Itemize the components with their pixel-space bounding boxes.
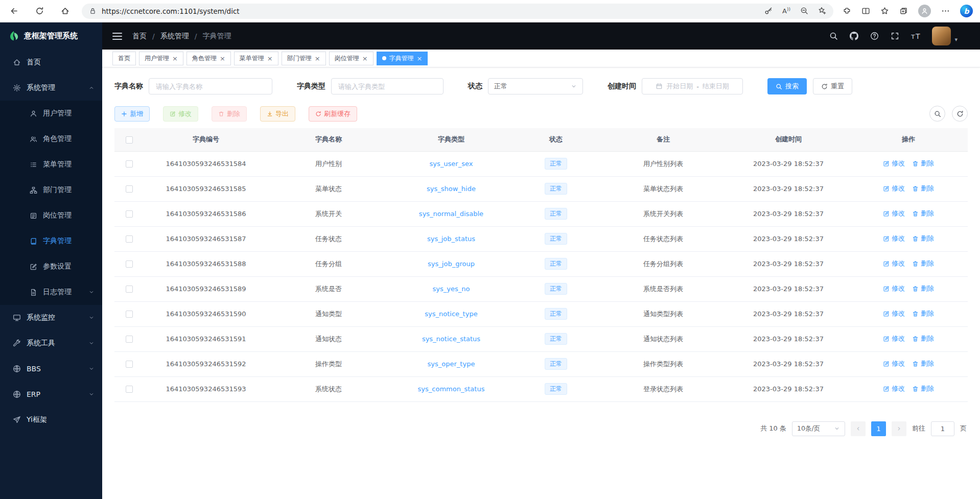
sidebar-item-home[interactable]: 首页 — [0, 50, 102, 75]
sidebar-item-system[interactable]: 系统管理 — [0, 75, 102, 101]
browser-back-button[interactable] — [5, 3, 22, 20]
row-checkbox[interactable] — [126, 311, 133, 318]
breadcrumb-item[interactable]: 系统管理 — [160, 32, 189, 41]
page-1-button[interactable]: 1 — [871, 421, 886, 436]
row-checkbox[interactable] — [126, 160, 133, 168]
collections-icon[interactable] — [899, 7, 908, 15]
delete-row-button[interactable]: 删除 — [912, 184, 934, 193]
help-icon[interactable] — [870, 32, 879, 40]
tab-close-icon[interactable]: × — [362, 55, 368, 62]
sidebar-toggle-button[interactable] — [112, 33, 122, 40]
dict-type-link[interactable]: sys_common_status — [418, 385, 485, 393]
delete-row-button[interactable]: 删除 — [912, 334, 934, 343]
search-button[interactable]: 搜索 — [767, 78, 807, 94]
sidebar-item-bbs[interactable]: BBS — [0, 356, 102, 382]
tab-dict[interactable]: 字典管理× — [377, 52, 428, 65]
tab-close-icon[interactable]: × — [220, 55, 225, 62]
dict-type-link[interactable]: sys_notice_type — [425, 310, 477, 318]
delete-row-button[interactable]: 删除 — [912, 359, 934, 368]
delete-row-button[interactable]: 删除 — [912, 234, 934, 243]
fullscreen-icon[interactable] — [891, 32, 899, 40]
edit-row-button[interactable]: 修改 — [883, 284, 905, 293]
extensions-icon[interactable] — [843, 7, 851, 15]
tab-close-icon[interactable]: × — [267, 55, 273, 62]
page-size-select[interactable]: 10条/页 — [792, 421, 845, 436]
favorites-icon[interactable] — [880, 7, 889, 15]
split-screen-icon[interactable] — [861, 7, 870, 15]
delete-row-button[interactable]: 删除 — [912, 284, 934, 293]
edit-row-button[interactable]: 修改 — [883, 384, 905, 393]
read-aloud-icon[interactable]: A)) — [782, 7, 790, 15]
goto-page-input[interactable]: 1 — [931, 421, 954, 436]
sidebar-item-yi[interactable]: Yi框架 — [0, 407, 102, 433]
header-search-icon[interactable] — [829, 32, 838, 40]
edit-row-button[interactable]: 修改 — [883, 334, 905, 343]
tab-home[interactable]: 首页 — [112, 52, 136, 65]
sidebar-item-log[interactable]: 日志管理 — [0, 279, 102, 305]
delete-row-button[interactable]: 删除 — [912, 309, 934, 318]
tab-close-icon[interactable]: × — [172, 55, 178, 62]
dict-type-link[interactable]: sys_notice_status — [422, 335, 480, 343]
dict-type-input[interactable] — [331, 78, 444, 94]
date-range-picker[interactable]: 开始日期 - 结束日期 — [642, 78, 743, 94]
delete-row-button[interactable]: 删除 — [912, 259, 934, 268]
row-checkbox[interactable] — [126, 386, 133, 393]
refresh-cache-button[interactable]: 刷新缓存 — [309, 106, 357, 122]
edit-row-button[interactable]: 修改 — [883, 209, 905, 218]
zoom-out-icon[interactable] — [800, 7, 808, 15]
tab-dept[interactable]: 部门管理× — [282, 52, 326, 65]
dict-type-link[interactable]: sys_job_group — [428, 260, 475, 268]
edit-row-button[interactable]: 修改 — [883, 184, 905, 193]
browser-profile-avatar[interactable] — [918, 5, 931, 17]
tab-close-icon[interactable]: × — [417, 55, 423, 62]
refresh-table-button[interactable] — [952, 106, 968, 122]
tab-menu[interactable]: 菜单管理× — [234, 52, 278, 65]
tab-close-icon[interactable]: × — [315, 55, 320, 62]
row-checkbox[interactable] — [126, 336, 133, 343]
select-all-checkbox[interactable] — [126, 136, 133, 144]
prev-page-button[interactable]: ‹ — [851, 421, 866, 436]
tab-post[interactable]: 岗位管理× — [329, 52, 374, 65]
add-favorite-star-icon[interactable] — [818, 7, 826, 15]
next-page-button[interactable]: › — [892, 421, 906, 436]
browser-refresh-button[interactable] — [31, 3, 48, 20]
dict-type-link[interactable]: sys_show_hide — [427, 185, 476, 193]
sidebar-item-role[interactable]: 角色管理 — [0, 126, 102, 152]
row-checkbox[interactable] — [126, 260, 133, 268]
edit-row-button[interactable]: 修改 — [883, 159, 905, 168]
delete-row-button[interactable]: 删除 — [912, 209, 934, 218]
export-button[interactable]: 导出 — [260, 106, 295, 122]
edit-button[interactable]: 修改 — [163, 106, 198, 122]
row-checkbox[interactable] — [126, 235, 133, 243]
row-checkbox[interactable] — [126, 210, 133, 218]
edit-row-button[interactable]: 修改 — [883, 309, 905, 318]
row-checkbox[interactable] — [126, 361, 133, 368]
dict-name-input[interactable] — [149, 78, 272, 94]
sidebar-item-menu[interactable]: 菜单管理 — [0, 152, 102, 177]
site-info-lock-icon[interactable] — [89, 7, 97, 15]
address-url[interactable]: https://ccnetcore.com:1101/system/dict — [102, 7, 764, 15]
dict-type-link[interactable]: sys_yes_no — [433, 285, 470, 293]
row-checkbox[interactable] — [126, 286, 133, 293]
user-avatar[interactable] — [932, 27, 951, 45]
bing-chat-icon[interactable]: b — [960, 5, 973, 17]
sidebar-item-monitor[interactable]: 系统监控 — [0, 305, 102, 330]
edit-row-button[interactable]: 修改 — [883, 359, 905, 368]
tab-role[interactable]: 角色管理× — [186, 52, 231, 65]
edit-row-button[interactable]: 修改 — [883, 234, 905, 243]
edit-row-button[interactable]: 修改 — [883, 259, 905, 268]
status-select[interactable]: 正常 — [488, 78, 583, 94]
sidebar-item-tools[interactable]: 系统工具 — [0, 330, 102, 356]
font-size-icon[interactable]: тT — [911, 32, 921, 40]
row-checkbox[interactable] — [126, 185, 133, 193]
reset-button[interactable]: 重置 — [813, 78, 852, 94]
sidebar-item-erp[interactable]: ERP — [0, 382, 102, 407]
delete-button[interactable]: 删除 — [212, 106, 247, 122]
sidebar-item-post[interactable]: 岗位管理 — [0, 203, 102, 228]
dict-type-link[interactable]: sys_user_sex — [430, 160, 473, 168]
sidebar-item-user[interactable]: 用户管理 — [0, 101, 102, 126]
toggle-search-button[interactable] — [929, 106, 945, 122]
dict-type-link[interactable]: sys_normal_disable — [419, 210, 483, 218]
sidebar-item-dept[interactable]: 部门管理 — [0, 177, 102, 203]
tab-user[interactable]: 用户管理× — [139, 52, 183, 65]
